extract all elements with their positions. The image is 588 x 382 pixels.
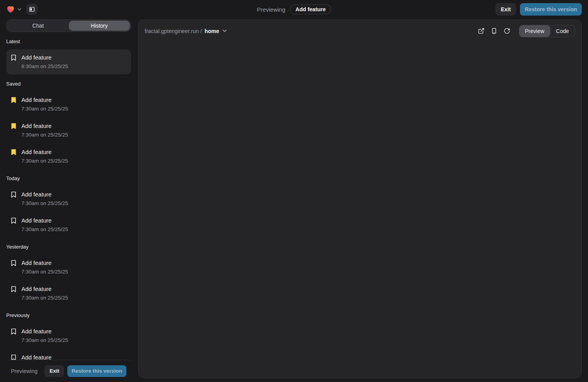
open-external-link-button[interactable]	[478, 28, 485, 34]
chevron-down-icon[interactable]	[18, 8, 21, 11]
panel-left-icon	[29, 6, 35, 12]
history-section: Yesterday Add feature 7:30am on 25/25/25	[6, 244, 131, 306]
history-item-timestamp: 7:30am on 25/25/25	[21, 226, 68, 233]
history-item-timestamp: 7:30am on 25/25/25	[21, 157, 68, 165]
preview-viewport[interactable]	[138, 37, 581, 378]
history-item-title: Add feature	[21, 216, 68, 224]
chat-history-tab-switcher: Chat History	[6, 19, 131, 32]
section-items: Add feature 7:30am on 25/25/25 Add featu…	[6, 92, 131, 169]
bookmark-icon	[11, 123, 16, 130]
history-section: Today Add feature 7:30am on 25/25/25 Add	[6, 175, 131, 237]
history-item-timestamp: 7:30am on 25/25/25	[21, 105, 68, 113]
sidebar-toggle-button[interactable]	[26, 4, 37, 15]
history-item[interactable]: Add feature 7:30am on 25/25/25	[6, 118, 131, 143]
chevron-down-icon[interactable]	[222, 30, 227, 32]
url-domain: fractal.gptengineer.run /	[145, 28, 202, 34]
topbar: Previewing Add feature Exit Restore this…	[0, 0, 588, 19]
topbar-center: Previewing Add feature	[257, 5, 331, 14]
history-item-text: Add feature 7:30am on 25/25/25	[21, 122, 68, 139]
section-label: Today	[6, 175, 131, 181]
history-item-timestamp: 7:30am on 25/25/25	[21, 268, 68, 276]
smartphone-icon	[491, 28, 497, 34]
history-item-title: Add feature	[21, 259, 68, 267]
topbar-right: Exit Restore this version	[495, 3, 582, 16]
preview-header: fractal.gptengineer.run / home	[138, 20, 581, 37]
section-items: Add feature 7:30am on 25/25/25 Add featu…	[6, 186, 131, 237]
history-sidebar: Chat History Latest Add feature 8:30am o…	[6, 19, 131, 382]
history-item[interactable]: Add feature 7:30am on 25/25/25	[6, 281, 131, 306]
topbar-left	[6, 4, 37, 15]
history-item-text: Add feature 7:30am on 25/25/25	[21, 285, 68, 302]
history-item-title: Add feature	[21, 96, 68, 104]
footer-restore-version-button[interactable]: Restore this version	[67, 365, 126, 377]
footer-previewing-label: Previewing	[11, 368, 37, 374]
version-badge[interactable]: Add feature	[290, 5, 331, 14]
history-item-timestamp: 7:30am on 25/25/25	[21, 131, 68, 139]
section-label: Saved	[6, 81, 131, 87]
history-item-title: Add feature	[21, 148, 68, 156]
footer-exit-button[interactable]: Exit	[44, 365, 64, 377]
bookmark-icon	[11, 54, 16, 61]
section-label: Latest	[6, 39, 131, 44]
section-label: Yesterday	[6, 244, 131, 250]
history-item[interactable]: Add feature 7:30am on 25/25/25	[6, 186, 131, 211]
history-item-text: Add feature 7:30am on 25/25/25	[21, 327, 68, 344]
preview-code-switcher: Preview Code	[519, 25, 575, 37]
url-bar[interactable]: fractal.gptengineer.run / home	[145, 28, 227, 34]
history-item[interactable]: Add feature 7:30am on 25/25/25	[6, 144, 131, 169]
external-link-icon	[478, 28, 485, 34]
tab-history[interactable]: History	[69, 21, 130, 31]
history-item-text: Add feature 7:30am on 25/25/25	[21, 148, 68, 165]
history-item[interactable]: Add feature 7:30am on 25/25/25	[6, 323, 131, 348]
history-item[interactable]: Add feature 8:30am on 25/25/25	[6, 49, 131, 74]
history-section: Latest Add feature 8:30am on 25/25/25	[6, 39, 131, 74]
bookmark-icon	[11, 149, 16, 156]
bookmark-icon	[11, 217, 16, 224]
history-item-timestamp: 7:30am on 25/25/25	[21, 200, 68, 207]
mode-tab-code[interactable]: Code	[550, 25, 575, 37]
history-item-text: Add feature 7:30am on 25/25/25	[21, 190, 68, 207]
app: { "colors": { "page_bg": "#1a1a1c", "pan…	[0, 0, 588, 382]
section-items: Add feature 7:30am on 25/25/25 Add featu…	[6, 255, 131, 306]
history-item-title: Add feature	[21, 190, 68, 198]
section-label: Previously	[6, 312, 131, 318]
bookmark-icon	[11, 260, 16, 266]
refresh-icon	[504, 28, 510, 34]
section-items: Add feature 8:30am on 25/25/25	[6, 49, 131, 74]
lovable-heart-logo[interactable]	[6, 5, 15, 13]
url-page: home	[205, 28, 219, 34]
preview-header-actions: Preview Code	[478, 25, 575, 37]
history-section: Saved Add feature 7:30am on 25/25/25 Add	[6, 81, 131, 169]
history-item-timestamp: 7:30am on 25/25/25	[21, 294, 68, 302]
bookmark-icon	[11, 328, 16, 335]
history-item-title: Add feature	[21, 122, 68, 130]
history-item[interactable]: Add feature 7:30am on 25/25/25	[6, 92, 131, 117]
history-list: Latest Add feature 8:30am on 25/25/25 Sa…	[6, 32, 131, 382]
history-item-title: Add feature	[21, 327, 68, 335]
bookmark-icon	[11, 286, 16, 293]
history-item-title: Add feature	[21, 53, 68, 61]
restore-version-button[interactable]: Restore this version	[520, 3, 582, 16]
history-item-text: Add feature 8:30am on 25/25/25	[21, 53, 68, 70]
history-item-text: Add feature 7:30am on 25/25/25	[21, 216, 68, 233]
refresh-button[interactable]	[504, 28, 510, 34]
previewing-label: Previewing	[257, 6, 285, 13]
history-item-text: Add feature 7:30am on 25/25/25	[21, 259, 68, 276]
exit-button[interactable]: Exit	[495, 3, 516, 16]
tab-chat[interactable]: Chat	[7, 21, 69, 31]
history-item[interactable]: Add feature 7:30am on 25/25/25	[6, 255, 131, 280]
history-item-timestamp: 8:30am on 25/25/25	[21, 63, 68, 70]
preview-panel: fractal.gptengineer.run / home	[138, 19, 582, 378]
history-item-title: Add feature	[21, 285, 68, 293]
bookmark-icon	[11, 191, 16, 198]
sidebar-footer: Previewing Exit Restore this version	[6, 360, 131, 382]
mode-tab-preview[interactable]: Preview	[519, 25, 550, 37]
history-item-text: Add feature 7:30am on 25/25/25	[21, 96, 68, 113]
history-item-timestamp: 7:30am on 25/25/25	[21, 336, 68, 344]
history-item[interactable]: Add feature 7:30am on 25/25/25	[6, 212, 131, 237]
bookmark-icon	[11, 97, 16, 103]
mobile-view-button[interactable]	[491, 28, 497, 34]
